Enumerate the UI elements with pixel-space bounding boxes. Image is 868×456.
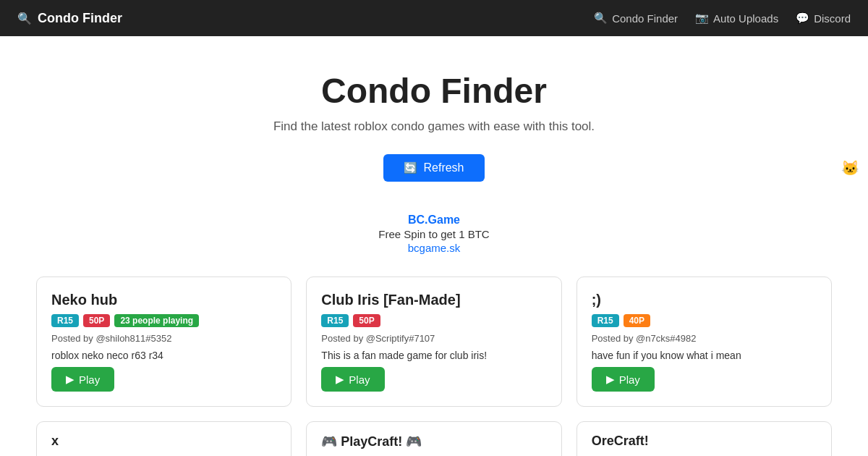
- play-icon-0: ▶: [66, 373, 75, 386]
- game-card-0: Neko hub R15 50P 23 people playing Poste…: [36, 276, 292, 407]
- partial-cards-row: x 🎮 PlayCraft! 🎮 OreCraft!: [22, 421, 846, 456]
- navbar-links: 🔍 Condo Finder 📷 Auto Uploads 💬 Discord: [594, 12, 851, 25]
- partial-title-0: x: [51, 434, 276, 449]
- partial-card-0: x: [36, 421, 292, 456]
- hero-section: Condo Finder Find the latest roblox cond…: [0, 36, 868, 199]
- ad-section: BC.Game Free Spin to get 1 BTC bcgame.sk: [0, 214, 868, 255]
- game-card-1: Club Iris [Fan-Made] R15 50P Posted by @…: [306, 276, 561, 407]
- badge-r15-2: R15: [592, 314, 619, 327]
- play-button-2[interactable]: ▶ Play: [592, 367, 655, 392]
- hero-title: Condo Finder: [14, 71, 854, 111]
- navbar: 🔍 Condo Finder 🔍 Condo Finder 📷 Auto Upl…: [0, 0, 868, 36]
- card-badges-1: R15 50P: [321, 314, 546, 327]
- badge-people-0: 23 people playing: [114, 314, 199, 327]
- partial-card-2: OreCraft!: [576, 421, 832, 456]
- card-posted-0: Posted by @shiloh811#5352: [51, 333, 276, 344]
- partial-title-2: OreCraft!: [592, 434, 817, 449]
- card-badges-0: R15 50P 23 people playing: [51, 314, 276, 327]
- ad-subtitle: Free Spin to get 1 BTC: [0, 228, 868, 240]
- search-icon: 🔍: [17, 12, 32, 25]
- card-desc-2: have fun if you know what i mean: [592, 350, 817, 361]
- hero-subtitle: Find the latest roblox condo games with …: [14, 119, 854, 134]
- play-button-0[interactable]: ▶ Play: [51, 367, 114, 392]
- nav-condo-finder[interactable]: 🔍 Condo Finder: [594, 12, 678, 25]
- refresh-button[interactable]: 🔄 Refresh: [383, 154, 484, 182]
- card-desc-0: roblox neko neco r63 r34: [51, 350, 276, 361]
- play-icon-1: ▶: [336, 373, 344, 386]
- card-posted-2: Posted by @n7cks#4982: [592, 333, 817, 344]
- card-title-2: ;): [592, 292, 817, 308]
- card-title-0: Neko hub: [51, 292, 276, 308]
- search-icon-nav2: 🔍: [594, 12, 608, 25]
- badge-40p-2: 40P: [624, 314, 650, 327]
- ad-link[interactable]: bcgame.sk: [408, 242, 461, 254]
- play-button-1[interactable]: ▶ Play: [321, 367, 384, 392]
- nav-discord[interactable]: 💬 Discord: [796, 12, 851, 25]
- nav-auto-uploads[interactable]: 📷 Auto Uploads: [695, 12, 778, 25]
- navbar-brand[interactable]: 🔍 Condo Finder: [17, 11, 122, 26]
- discord-icon: 💬: [796, 12, 809, 25]
- card-title-1: Club Iris [Fan-Made]: [321, 292, 546, 308]
- partial-title-1: 🎮 PlayCraft! 🎮: [321, 434, 546, 449]
- badge-50p-0: 50P: [83, 314, 110, 327]
- game-card-2: ;) R15 40P Posted by @n7cks#4982 have fu…: [576, 276, 832, 407]
- camera-icon: 📷: [695, 12, 709, 25]
- ad-title: BC.Game: [0, 214, 868, 227]
- cards-grid: Neko hub R15 50P 23 people playing Poste…: [22, 276, 846, 407]
- badge-r15-0: R15: [51, 314, 79, 327]
- refresh-icon: 🔄: [404, 161, 417, 174]
- card-posted-1: Posted by @Scriptify#7107: [321, 333, 546, 344]
- play-icon-2: ▶: [606, 373, 615, 386]
- badge-50p-1: 50P: [353, 314, 380, 327]
- card-badges-2: R15 40P: [592, 314, 817, 327]
- partial-card-1: 🎮 PlayCraft! 🎮: [306, 421, 561, 456]
- corner-decorative-icon: 🐱: [841, 159, 859, 177]
- navbar-brand-label: Condo Finder: [38, 11, 122, 26]
- badge-r15-1: R15: [321, 314, 349, 327]
- card-desc-1: This is a fan made game for club iris!: [321, 350, 546, 361]
